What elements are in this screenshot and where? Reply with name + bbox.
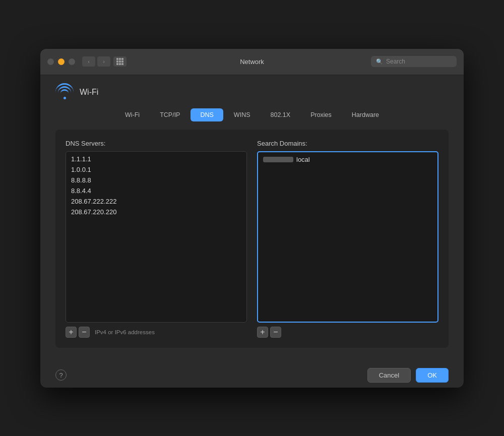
list-item[interactable]: 1.1.1.1 bbox=[66, 154, 246, 164]
ok-button[interactable]: OK bbox=[416, 368, 449, 383]
wifi-icon bbox=[55, 85, 74, 99]
search-domains-list[interactable]: local bbox=[257, 151, 438, 323]
search-domains-controls: + − bbox=[257, 327, 438, 338]
forward-button[interactable]: › bbox=[97, 56, 110, 67]
tab-wifi[interactable]: Wi-Fi bbox=[115, 108, 149, 121]
list-item[interactable]: local bbox=[258, 154, 437, 165]
dns-servers-list[interactable]: 1.1.1.1 1.0.0.1 8.8.8.8 8.8.4.4 208.67.2… bbox=[66, 151, 247, 323]
tab-proxies[interactable]: Proxies bbox=[301, 108, 341, 121]
add-dns-server-button[interactable]: + bbox=[66, 327, 77, 338]
nav-buttons: ‹ › bbox=[82, 56, 110, 67]
window-title: Network bbox=[240, 58, 264, 66]
domain-blurred bbox=[263, 157, 293, 162]
bottom-bar: ? Cancel OK bbox=[40, 360, 464, 388]
list-item[interactable]: 1.0.0.1 bbox=[66, 164, 246, 175]
network-window: ‹ › Network 🔍 Search Wi-Fi bbox=[40, 49, 464, 388]
tab-tcpip[interactable]: TCP/IP bbox=[150, 108, 190, 121]
dns-servers-controls: + − IPv4 or IPv6 addresses bbox=[66, 327, 247, 338]
tab-wins[interactable]: WINS bbox=[224, 108, 260, 121]
dns-columns: DNS Servers: 1.1.1.1 1.0.0.1 8.8.8.8 8.8… bbox=[66, 140, 438, 338]
window-content: Wi-Fi Wi-Fi TCP/IP DNS WINS 802.1X Proxi… bbox=[40, 75, 464, 360]
back-button[interactable]: ‹ bbox=[82, 56, 95, 67]
add-domain-button[interactable]: + bbox=[257, 327, 268, 338]
action-buttons: Cancel OK bbox=[367, 368, 449, 383]
tab-8021x[interactable]: 802.1X bbox=[261, 108, 300, 121]
grid-icon bbox=[116, 58, 123, 65]
dns-servers-column: DNS Servers: 1.1.1.1 1.0.0.1 8.8.8.8 8.8… bbox=[66, 140, 247, 338]
search-box[interactable]: 🔍 Search bbox=[371, 56, 457, 67]
search-placeholder: Search bbox=[386, 58, 405, 65]
maximize-button[interactable] bbox=[69, 58, 75, 65]
cancel-button[interactable]: Cancel bbox=[367, 368, 411, 383]
wifi-header: Wi-Fi bbox=[55, 85, 449, 99]
help-button[interactable]: ? bbox=[55, 369, 67, 381]
search-domains-column: Search Domains: local + − bbox=[257, 140, 438, 338]
traffic-lights bbox=[47, 58, 75, 65]
titlebar: ‹ › Network 🔍 Search bbox=[40, 49, 464, 75]
tab-hardware[interactable]: Hardware bbox=[342, 108, 389, 121]
close-button[interactable] bbox=[47, 58, 54, 65]
wifi-label: Wi-Fi bbox=[80, 88, 98, 97]
remove-domain-button[interactable]: − bbox=[270, 327, 281, 338]
search-icon: 🔍 bbox=[376, 58, 383, 65]
list-item[interactable]: 208.67.220.220 bbox=[66, 207, 246, 217]
dns-panel: DNS Servers: 1.1.1.1 1.0.0.1 8.8.8.8 8.8… bbox=[55, 130, 449, 348]
domain-text: local bbox=[296, 156, 310, 163]
grid-view-button[interactable] bbox=[113, 56, 127, 67]
list-item[interactable]: 8.8.4.4 bbox=[66, 185, 246, 196]
search-domains-label: Search Domains: bbox=[257, 140, 438, 147]
list-item[interactable]: 8.8.8.8 bbox=[66, 175, 246, 185]
dns-hint: IPv4 or IPv6 addresses bbox=[95, 329, 155, 335]
dns-servers-label: DNS Servers: bbox=[66, 140, 247, 147]
tab-dns[interactable]: DNS bbox=[191, 108, 223, 121]
list-item[interactable]: 208.67.222.222 bbox=[66, 196, 246, 207]
minimize-button[interactable] bbox=[58, 58, 65, 65]
remove-dns-server-button[interactable]: − bbox=[79, 327, 90, 338]
tab-bar: Wi-Fi TCP/IP DNS WINS 802.1X Proxies Har… bbox=[55, 108, 449, 121]
